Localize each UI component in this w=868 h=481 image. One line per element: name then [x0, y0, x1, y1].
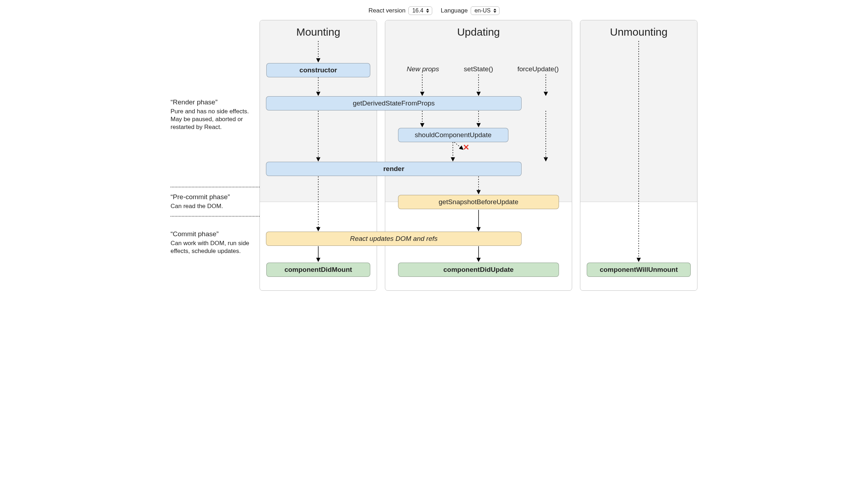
box-scu-label: shouldComponentUpdate [415, 131, 492, 139]
box-react-updates: React updates DOM and refs [266, 232, 522, 246]
trigger-new-props: New props [398, 65, 448, 73]
phase-render-title: Render phase [171, 98, 260, 106]
language-label: Language [441, 7, 468, 14]
divider-1 [171, 187, 260, 187]
col-unmounting: Unmounting componentWillUnmount [580, 20, 697, 291]
version-label: React version [368, 7, 406, 14]
box-gsbu[interactable]: getSnapshotBeforeUpdate [398, 195, 559, 209]
page: React version 16.4 Language en-US Render… [163, 0, 705, 301]
trigger-set-state: setState() [454, 65, 503, 73]
phase-render-desc: Pure and has no side effects. May be pau… [171, 108, 260, 131]
render-phase-bg [580, 20, 697, 202]
box-cwu-label: componentWillUnmount [600, 266, 678, 274]
col-mounting-title: Mounting [260, 20, 377, 40]
phase-render-label: Render phase Pure and has no side effect… [171, 98, 260, 131]
language-group: Language en-US [441, 6, 500, 15]
phase-precommit-title: Pre-commit phase [171, 193, 260, 201]
dropdown-arrows-icon [426, 9, 429, 13]
box-constructor[interactable]: constructor [266, 63, 370, 77]
box-gdsfp[interactable]: getDerivedStateFromProps [266, 96, 522, 110]
box-react-updates-label: React updates DOM and refs [350, 235, 438, 243]
col-updating: Updating New props setState() forceUpdat… [385, 20, 572, 291]
phase-precommit-desc: Can read the DOM. [171, 202, 260, 210]
box-constructor-label: constructor [299, 66, 337, 74]
version-group: React version 16.4 [368, 6, 432, 15]
columns: Mounting constructor componentDidMount [260, 20, 697, 291]
box-render-label: render [383, 165, 404, 173]
dropdown-arrows-icon [493, 9, 496, 13]
box-cdm[interactable]: componentDidMount [266, 263, 370, 277]
col-unmounting-title: Unmounting [580, 20, 697, 40]
version-select[interactable]: 16.4 [408, 6, 432, 15]
version-select-value: 16.4 [412, 7, 423, 14]
box-gsbu-label: getSnapshotBeforeUpdate [439, 198, 518, 206]
box-gdsfp-label: getDerivedStateFromProps [353, 99, 435, 107]
box-cwu[interactable]: componentWillUnmount [587, 263, 691, 277]
box-cdu-label: componentDidUpdate [443, 266, 513, 274]
trigger-force-update: forceUpdate() [511, 65, 565, 73]
language-select[interactable]: en-US [471, 6, 500, 15]
box-cdm-label: componentDidMount [284, 266, 352, 274]
phase-commit-desc: Can work with DOM, run side effects, sch… [171, 239, 260, 255]
box-cdu[interactable]: componentDidUpdate [398, 263, 559, 277]
x-icon: ✕ [463, 143, 469, 152]
box-render[interactable]: render [266, 162, 522, 176]
col-mounting: Mounting constructor componentDidMount [260, 20, 377, 291]
phase-precommit-label: Pre-commit phase Can read the DOM. [171, 193, 260, 210]
col-updating-title: Updating [385, 20, 572, 40]
toolbar: React version 16.4 Language en-US [171, 4, 697, 20]
phase-commit-title: Commit phase [171, 230, 260, 238]
box-scu[interactable]: shouldComponentUpdate [398, 128, 508, 142]
language-select-value: en-US [475, 7, 491, 14]
divider-2 [171, 216, 260, 217]
diagram: Render phase Pure and has no side effect… [171, 20, 697, 291]
phase-commit-label: Commit phase Can work with DOM, run side… [171, 230, 260, 255]
